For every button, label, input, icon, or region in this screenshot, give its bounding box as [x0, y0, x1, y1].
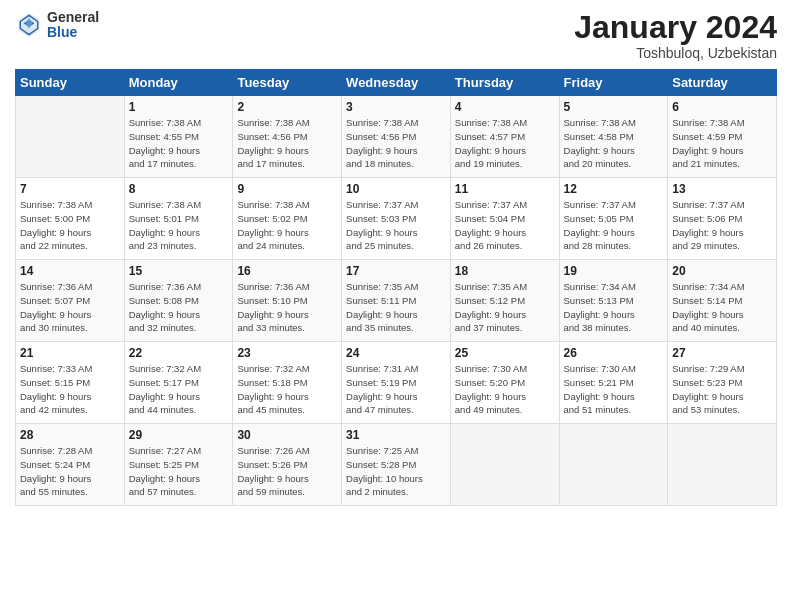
calendar-cell: 30Sunrise: 7:26 AM Sunset: 5:26 PM Dayli… [233, 424, 342, 506]
day-number: 1 [129, 100, 229, 114]
day-number: 23 [237, 346, 337, 360]
day-info: Sunrise: 7:36 AM Sunset: 5:08 PM Dayligh… [129, 280, 229, 335]
calendar-cell: 19Sunrise: 7:34 AM Sunset: 5:13 PM Dayli… [559, 260, 668, 342]
col-wednesday: Wednesday [342, 70, 451, 96]
calendar-cell: 23Sunrise: 7:32 AM Sunset: 5:18 PM Dayli… [233, 342, 342, 424]
calendar-cell [16, 96, 125, 178]
col-monday: Monday [124, 70, 233, 96]
day-number: 14 [20, 264, 120, 278]
day-number: 9 [237, 182, 337, 196]
day-info: Sunrise: 7:36 AM Sunset: 5:07 PM Dayligh… [20, 280, 120, 335]
day-number: 16 [237, 264, 337, 278]
day-info: Sunrise: 7:36 AM Sunset: 5:10 PM Dayligh… [237, 280, 337, 335]
week-row-3: 14Sunrise: 7:36 AM Sunset: 5:07 PM Dayli… [16, 260, 777, 342]
day-info: Sunrise: 7:38 AM Sunset: 4:55 PM Dayligh… [129, 116, 229, 171]
calendar-cell: 21Sunrise: 7:33 AM Sunset: 5:15 PM Dayli… [16, 342, 125, 424]
header: General Blue January 2024 Toshbuloq, Uzb… [15, 10, 777, 61]
page: General Blue January 2024 Toshbuloq, Uzb… [0, 0, 792, 612]
day-info: Sunrise: 7:38 AM Sunset: 4:58 PM Dayligh… [564, 116, 664, 171]
calendar-cell: 5Sunrise: 7:38 AM Sunset: 4:58 PM Daylig… [559, 96, 668, 178]
calendar-cell: 9Sunrise: 7:38 AM Sunset: 5:02 PM Daylig… [233, 178, 342, 260]
day-number: 28 [20, 428, 120, 442]
day-info: Sunrise: 7:35 AM Sunset: 5:12 PM Dayligh… [455, 280, 555, 335]
day-number: 29 [129, 428, 229, 442]
day-info: Sunrise: 7:29 AM Sunset: 5:23 PM Dayligh… [672, 362, 772, 417]
calendar-cell: 4Sunrise: 7:38 AM Sunset: 4:57 PM Daylig… [450, 96, 559, 178]
day-number: 5 [564, 100, 664, 114]
day-info: Sunrise: 7:38 AM Sunset: 4:57 PM Dayligh… [455, 116, 555, 171]
calendar-cell: 3Sunrise: 7:38 AM Sunset: 4:56 PM Daylig… [342, 96, 451, 178]
day-info: Sunrise: 7:37 AM Sunset: 5:06 PM Dayligh… [672, 198, 772, 253]
calendar-table: Sunday Monday Tuesday Wednesday Thursday… [15, 69, 777, 506]
day-number: 31 [346, 428, 446, 442]
calendar-cell: 1Sunrise: 7:38 AM Sunset: 4:55 PM Daylig… [124, 96, 233, 178]
day-number: 20 [672, 264, 772, 278]
calendar-cell: 29Sunrise: 7:27 AM Sunset: 5:25 PM Dayli… [124, 424, 233, 506]
calendar-header: Sunday Monday Tuesday Wednesday Thursday… [16, 70, 777, 96]
title-block: January 2024 Toshbuloq, Uzbekistan [574, 10, 777, 61]
week-row-2: 7Sunrise: 7:38 AM Sunset: 5:00 PM Daylig… [16, 178, 777, 260]
calendar-cell: 25Sunrise: 7:30 AM Sunset: 5:20 PM Dayli… [450, 342, 559, 424]
col-friday: Friday [559, 70, 668, 96]
week-row-1: 1Sunrise: 7:38 AM Sunset: 4:55 PM Daylig… [16, 96, 777, 178]
calendar-cell: 26Sunrise: 7:30 AM Sunset: 5:21 PM Dayli… [559, 342, 668, 424]
day-number: 11 [455, 182, 555, 196]
month-title: January 2024 [574, 10, 777, 45]
day-info: Sunrise: 7:34 AM Sunset: 5:13 PM Dayligh… [564, 280, 664, 335]
day-info: Sunrise: 7:32 AM Sunset: 5:18 PM Dayligh… [237, 362, 337, 417]
day-number: 17 [346, 264, 446, 278]
calendar-cell: 11Sunrise: 7:37 AM Sunset: 5:04 PM Dayli… [450, 178, 559, 260]
calendar-cell: 14Sunrise: 7:36 AM Sunset: 5:07 PM Dayli… [16, 260, 125, 342]
day-info: Sunrise: 7:25 AM Sunset: 5:28 PM Dayligh… [346, 444, 446, 499]
calendar-cell: 7Sunrise: 7:38 AM Sunset: 5:00 PM Daylig… [16, 178, 125, 260]
day-info: Sunrise: 7:38 AM Sunset: 4:59 PM Dayligh… [672, 116, 772, 171]
day-info: Sunrise: 7:32 AM Sunset: 5:17 PM Dayligh… [129, 362, 229, 417]
day-number: 12 [564, 182, 664, 196]
day-number: 22 [129, 346, 229, 360]
day-number: 4 [455, 100, 555, 114]
week-row-5: 28Sunrise: 7:28 AM Sunset: 5:24 PM Dayli… [16, 424, 777, 506]
day-info: Sunrise: 7:38 AM Sunset: 5:01 PM Dayligh… [129, 198, 229, 253]
day-info: Sunrise: 7:38 AM Sunset: 5:02 PM Dayligh… [237, 198, 337, 253]
col-saturday: Saturday [668, 70, 777, 96]
calendar-cell: 28Sunrise: 7:28 AM Sunset: 5:24 PM Dayli… [16, 424, 125, 506]
day-info: Sunrise: 7:30 AM Sunset: 5:21 PM Dayligh… [564, 362, 664, 417]
day-number: 7 [20, 182, 120, 196]
calendar-cell [559, 424, 668, 506]
logo-icon [15, 11, 43, 39]
day-info: Sunrise: 7:34 AM Sunset: 5:14 PM Dayligh… [672, 280, 772, 335]
day-number: 18 [455, 264, 555, 278]
calendar-cell: 2Sunrise: 7:38 AM Sunset: 4:56 PM Daylig… [233, 96, 342, 178]
calendar-cell: 6Sunrise: 7:38 AM Sunset: 4:59 PM Daylig… [668, 96, 777, 178]
day-number: 2 [237, 100, 337, 114]
calendar-cell [450, 424, 559, 506]
header-row: Sunday Monday Tuesday Wednesday Thursday… [16, 70, 777, 96]
location: Toshbuloq, Uzbekistan [574, 45, 777, 61]
day-number: 21 [20, 346, 120, 360]
calendar-cell: 16Sunrise: 7:36 AM Sunset: 5:10 PM Dayli… [233, 260, 342, 342]
day-info: Sunrise: 7:33 AM Sunset: 5:15 PM Dayligh… [20, 362, 120, 417]
day-number: 10 [346, 182, 446, 196]
col-tuesday: Tuesday [233, 70, 342, 96]
week-row-4: 21Sunrise: 7:33 AM Sunset: 5:15 PM Dayli… [16, 342, 777, 424]
day-info: Sunrise: 7:38 AM Sunset: 5:00 PM Dayligh… [20, 198, 120, 253]
day-info: Sunrise: 7:31 AM Sunset: 5:19 PM Dayligh… [346, 362, 446, 417]
logo: General Blue [15, 10, 99, 41]
day-number: 25 [455, 346, 555, 360]
day-info: Sunrise: 7:38 AM Sunset: 4:56 PM Dayligh… [346, 116, 446, 171]
calendar-cell: 12Sunrise: 7:37 AM Sunset: 5:05 PM Dayli… [559, 178, 668, 260]
calendar-cell: 15Sunrise: 7:36 AM Sunset: 5:08 PM Dayli… [124, 260, 233, 342]
day-info: Sunrise: 7:35 AM Sunset: 5:11 PM Dayligh… [346, 280, 446, 335]
day-number: 13 [672, 182, 772, 196]
calendar-cell: 31Sunrise: 7:25 AM Sunset: 5:28 PM Dayli… [342, 424, 451, 506]
logo-blue-text: Blue [47, 25, 99, 40]
calendar-cell: 8Sunrise: 7:38 AM Sunset: 5:01 PM Daylig… [124, 178, 233, 260]
col-sunday: Sunday [16, 70, 125, 96]
day-number: 30 [237, 428, 337, 442]
col-thursday: Thursday [450, 70, 559, 96]
day-info: Sunrise: 7:37 AM Sunset: 5:04 PM Dayligh… [455, 198, 555, 253]
calendar-body: 1Sunrise: 7:38 AM Sunset: 4:55 PM Daylig… [16, 96, 777, 506]
day-info: Sunrise: 7:27 AM Sunset: 5:25 PM Dayligh… [129, 444, 229, 499]
day-number: 6 [672, 100, 772, 114]
calendar-cell [668, 424, 777, 506]
